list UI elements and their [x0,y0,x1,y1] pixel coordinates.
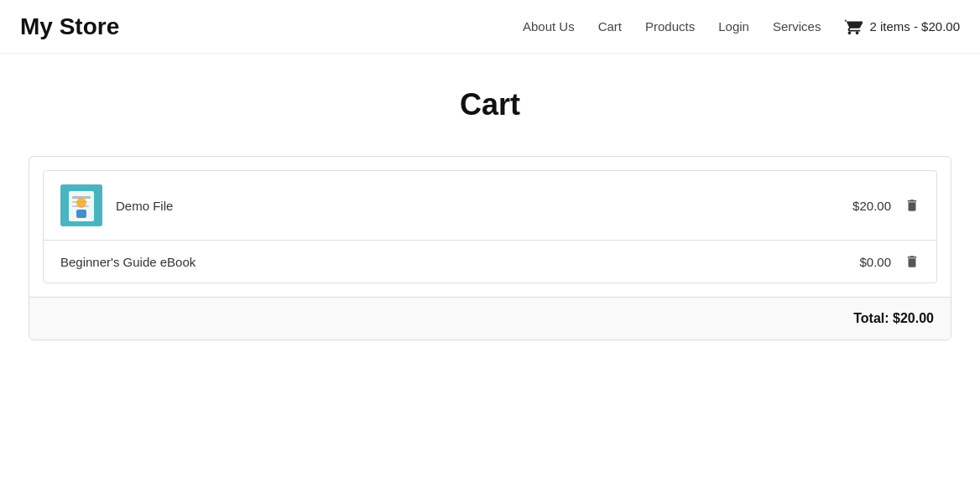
cart-badge-label: 2 items - $20.00 [869,19,960,34]
svg-point-5 [76,198,86,208]
store-title[interactable]: My Store [20,13,119,40]
header: My Store About Us Cart Products Login Se… [0,0,980,54]
item-name-0: Demo File [116,199,852,213]
delete-item-1-button[interactable] [904,254,920,269]
cart-total-row: Total: $20.00 [29,297,951,340]
cart-icon [844,18,863,36]
main-nav: About Us Cart Products Login Services 2 … [523,18,960,36]
svg-rect-6 [76,210,86,218]
item-price-0: $20.00 [852,199,891,213]
nav-products[interactable]: Products [645,19,695,34]
cart-item-0: Demo File $20.00 [44,171,936,241]
cart-container: Demo File $20.00 Beginner's Guide eBook … [29,156,951,340]
item-name-1: Beginner's Guide eBook [60,255,859,269]
nav-cart[interactable]: Cart [598,19,622,34]
cart-inner: Demo File $20.00 Beginner's Guide eBook … [43,170,937,283]
nav-about-us[interactable]: About Us [523,19,575,34]
nav-login[interactable]: Login [718,19,749,34]
cart-total-label: Total: $20.00 [853,311,934,326]
page-title: Cart [20,87,960,122]
cart-item-1: Beginner's Guide eBook $0.00 [44,241,936,283]
item-image-0 [60,184,102,226]
main-content: Cart Dem [0,54,980,374]
delete-item-0-button[interactable] [904,198,920,213]
nav-services[interactable]: Services [773,19,821,34]
item-price-1: $0.00 [859,255,891,269]
cart-badge[interactable]: 2 items - $20.00 [844,18,960,36]
demo-file-thumbnail [60,184,102,226]
